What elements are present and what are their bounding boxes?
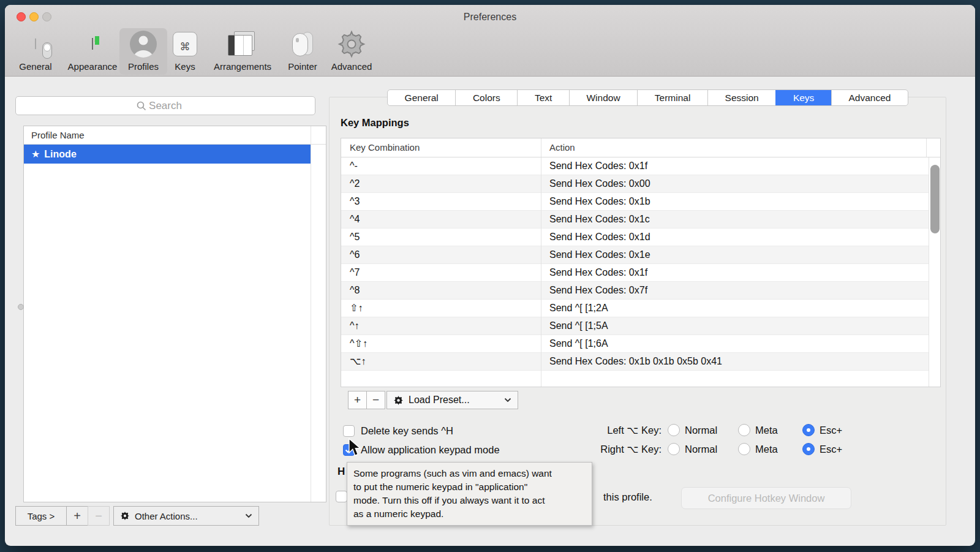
radio-label: Meta xyxy=(755,425,778,436)
chevron-down-icon xyxy=(245,513,252,518)
toolbar-item-advanced[interactable]: Advanced xyxy=(323,28,380,75)
list-divider xyxy=(311,126,311,502)
table-row[interactable]: ^7Send Hex Codes: 0x1f xyxy=(341,264,929,282)
preferences-window: Preferences General × Appearance Profile… xyxy=(5,5,975,546)
tab-keys[interactable]: Keys xyxy=(775,90,831,105)
tags-button[interactable]: Tags > xyxy=(15,506,67,526)
load-preset-dropdown[interactable]: Load Preset... xyxy=(386,391,518,409)
toolbar-item-profiles[interactable]: Profiles xyxy=(119,28,167,75)
toolbar-item-label: Appearance xyxy=(58,61,127,72)
profile-tabbar: General Colors Text Window Terminal Sess… xyxy=(387,89,908,106)
titlebar-toolbar: Preferences General × Appearance Profile… xyxy=(5,5,975,77)
radio-label: Esc+ xyxy=(820,425,842,436)
radio-label: Meta xyxy=(755,444,778,455)
hotkey-heading-fragment: H xyxy=(337,466,345,478)
hotkey-description-fragment: this profile. xyxy=(603,491,652,503)
search-field[interactable] xyxy=(15,96,315,115)
right-option-key-label: Right ⌥ Key: xyxy=(557,444,662,455)
toolbar-item-label: Advanced xyxy=(323,61,380,72)
profile-row-linode[interactable]: ★Linode xyxy=(24,145,311,164)
radio-left-meta[interactable] xyxy=(738,424,750,436)
radio-right-esc[interactable] xyxy=(802,443,815,455)
tab-general[interactable]: General xyxy=(388,90,455,105)
table-row[interactable]: ^3Send Hex Codes: 0x1b xyxy=(341,193,929,211)
toolbar-item-keys[interactable]: ⌘ Keys xyxy=(165,28,205,75)
radio-label: Esc+ xyxy=(820,444,842,455)
profile-list-header[interactable]: Profile Name xyxy=(24,126,326,145)
table-header: Key Combination Action xyxy=(341,138,940,157)
toggle-switch-icon xyxy=(35,39,36,50)
toolbar-item-appearance[interactable]: × Appearance xyxy=(58,28,127,75)
window-panes-icon xyxy=(228,31,257,57)
table-row[interactable]: ^8Send Hex Codes: 0x7f xyxy=(341,282,929,300)
gear-icon xyxy=(337,30,366,58)
search-input[interactable] xyxy=(16,97,315,115)
table-row[interactable]: ^6Send Hex Codes: 0x1e xyxy=(341,246,929,264)
command-key-icon: ⌘ xyxy=(173,32,197,56)
table-row[interactable]: ^5Send Hex Codes: 0x1d xyxy=(341,229,929,246)
tab-text[interactable]: Text xyxy=(517,90,569,105)
column-header-action[interactable]: Action xyxy=(549,142,575,153)
tab-window[interactable]: Window xyxy=(569,90,637,105)
toolbar-item-label: Arrangements xyxy=(203,61,282,72)
search-icon xyxy=(137,101,146,111)
table-row[interactable]: ^2Send Hex Codes: 0x00 xyxy=(341,175,929,193)
radio-right-normal[interactable] xyxy=(668,443,680,455)
checkbox-label: Allow application keypad mode xyxy=(361,444,500,456)
window-title: Preferences xyxy=(5,12,975,23)
section-title: Key Mappings xyxy=(341,117,409,129)
toolbar-item-general[interactable]: General xyxy=(6,28,65,75)
terminal-window-icon: × xyxy=(92,39,93,50)
toolbar-item-label: Keys xyxy=(165,61,205,72)
hotkey-checkbox-partial[interactable] xyxy=(336,491,347,502)
radio-label: Normal xyxy=(685,425,717,436)
keypad-mode-checkbox-row: Allow application keypad mode xyxy=(343,444,500,456)
profile-name: Linode xyxy=(44,149,76,159)
checkbox-unchecked[interactable] xyxy=(343,425,355,437)
toolbar-item-label: General xyxy=(6,61,65,72)
add-mapping-button[interactable]: + xyxy=(348,391,367,409)
gear-icon xyxy=(393,395,404,406)
radio-label: Normal xyxy=(685,444,717,455)
column-header-key[interactable]: Key Combination xyxy=(350,142,420,153)
radio-left-esc[interactable] xyxy=(802,424,815,436)
checkbox-label: Delete key sends ^H xyxy=(361,425,453,437)
person-icon xyxy=(129,30,157,58)
scrollbar-thumb[interactable] xyxy=(930,165,940,233)
delete-key-checkbox-row: Delete key sends ^H xyxy=(343,425,453,437)
remove-mapping-button[interactable]: − xyxy=(366,391,385,409)
configure-hotkey-window-button: Configure Hotkey Window xyxy=(681,487,851,509)
tab-advanced[interactable]: Advanced xyxy=(831,90,908,105)
table-row[interactable]: ^-Send Hex Codes: 0x1f xyxy=(341,157,929,175)
tab-colors[interactable]: Colors xyxy=(455,90,517,105)
radio-right-meta[interactable] xyxy=(738,443,750,455)
other-actions-dropdown[interactable]: Other Actions... xyxy=(113,506,259,526)
left-option-key-label: Left ⌥ Key: xyxy=(557,425,662,436)
table-row[interactable]: ^4Send Hex Codes: 0x1c xyxy=(341,211,929,229)
profile-list: Profile Name ★Linode xyxy=(23,126,326,502)
table-row[interactable]: ⇧↑Send ^[ [1;2A xyxy=(341,300,929,317)
add-profile-button[interactable]: + xyxy=(66,506,88,526)
toolbar-item-arrangements[interactable]: Arrangements xyxy=(203,28,282,75)
table-row[interactable]: ^↑Send ^[ [1;5A xyxy=(341,317,929,335)
remove-profile-button: − xyxy=(88,506,110,526)
table-row[interactable]: ^⇧↑Send ^[ [1;6A xyxy=(341,335,929,353)
mouse-cursor-icon xyxy=(348,438,363,459)
radio-left-normal[interactable] xyxy=(668,424,680,436)
table-row[interactable]: ⌥↑Send Hex Codes: 0x1b 0x1b 0x5b 0x41 xyxy=(341,353,929,371)
toolbar-item-label: Pointer xyxy=(278,61,327,72)
tab-terminal[interactable]: Terminal xyxy=(637,90,707,105)
toolbar-item-pointer[interactable]: Pointer xyxy=(278,28,327,75)
chevron-down-icon xyxy=(504,398,511,403)
tab-session[interactable]: Session xyxy=(707,90,775,105)
key-mappings-table: Key Combination Action ^-Send Hex Codes:… xyxy=(341,138,941,387)
toolbar-item-label: Profiles xyxy=(119,61,167,72)
splitter-handle-icon[interactable] xyxy=(18,304,24,310)
star-icon: ★ xyxy=(31,149,40,159)
keypad-mode-tooltip: Some programs (such as vim and emacs) wa… xyxy=(347,462,592,526)
mouse-icon xyxy=(288,31,317,58)
gear-icon xyxy=(120,511,130,521)
